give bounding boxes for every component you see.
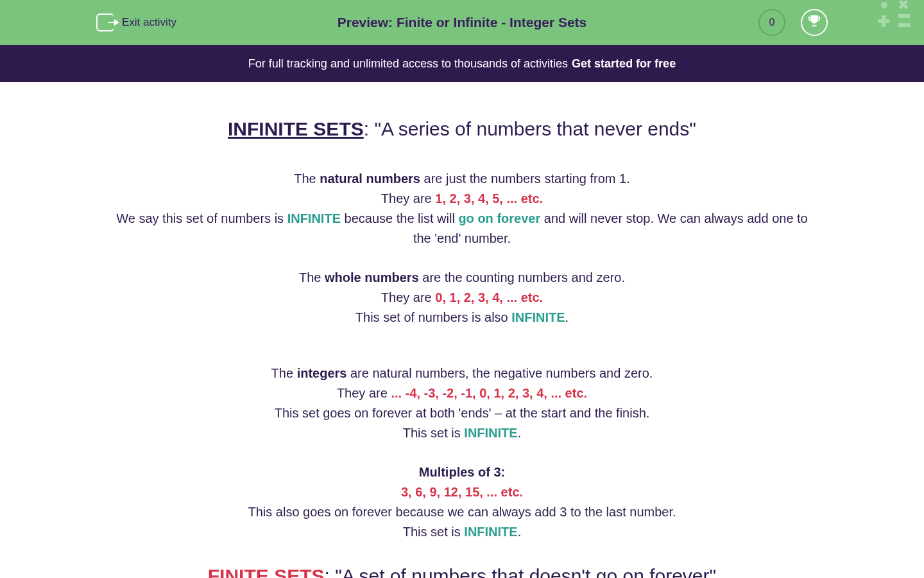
heading-definition: : "A set of numbers that doesn't go on f… — [324, 565, 716, 579]
multiples-block: Multiples of 3: 3, 6, 9, 12, 15, ... etc… — [116, 462, 809, 542]
heading-term: FINITE SETS — [208, 565, 325, 579]
integers-block: The integers are natural numbers, the ne… — [116, 363, 809, 443]
exit-activity-button[interactable]: Exit activity — [96, 13, 176, 31]
heading-definition: : "A series of numbers that never ends" — [364, 118, 696, 139]
svg-rect-2 — [878, 19, 889, 23]
exit-icon — [96, 13, 114, 31]
whole-numbers-block: The whole numbers are the counting numbe… — [116, 268, 809, 328]
trophy-button[interactable] — [801, 9, 828, 36]
svg-rect-4 — [898, 23, 910, 27]
banner-text: For full tracking and unlimited access t… — [248, 57, 568, 71]
infinite-sets-heading: INFINITE SETS: "A series of numbers that… — [116, 114, 809, 144]
heading-term: INFINITE SETS — [228, 118, 364, 139]
trophy-icon — [807, 14, 821, 31]
finite-sets-heading: FINITE SETS: "A set of numbers that does… — [116, 561, 809, 579]
header: Exit activity Preview: Finite or Infinit… — [0, 0, 924, 45]
corner-logo — [873, 0, 924, 35]
natural-numbers-block: The natural numbers are just the numbers… — [116, 169, 809, 249]
banner-cta: Get started for free — [572, 57, 676, 71]
page-title: Preview: Finite or Infinite - Integer Se… — [338, 15, 587, 30]
svg-point-0 — [881, 2, 887, 8]
promo-banner[interactable]: For full tracking and unlimited access t… — [0, 45, 924, 82]
svg-rect-3 — [898, 14, 910, 18]
exit-label: Exit activity — [122, 16, 176, 29]
score-badge[interactable]: 0 — [758, 9, 785, 36]
lesson-content: INFINITE SETS: "A series of numbers that… — [0, 82, 924, 578]
header-right: 0 — [758, 9, 828, 36]
